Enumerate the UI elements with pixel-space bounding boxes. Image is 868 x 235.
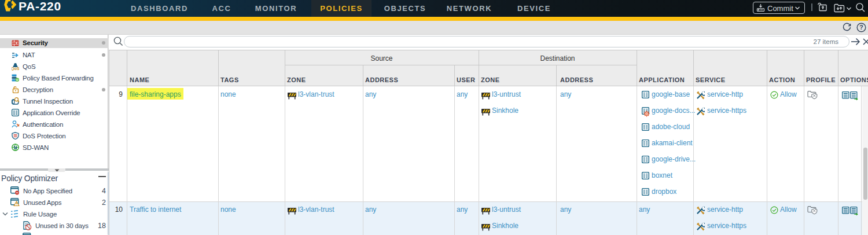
svg-text:?: ?	[859, 24, 863, 31]
svg-text:QoS: QoS	[12, 67, 19, 71]
